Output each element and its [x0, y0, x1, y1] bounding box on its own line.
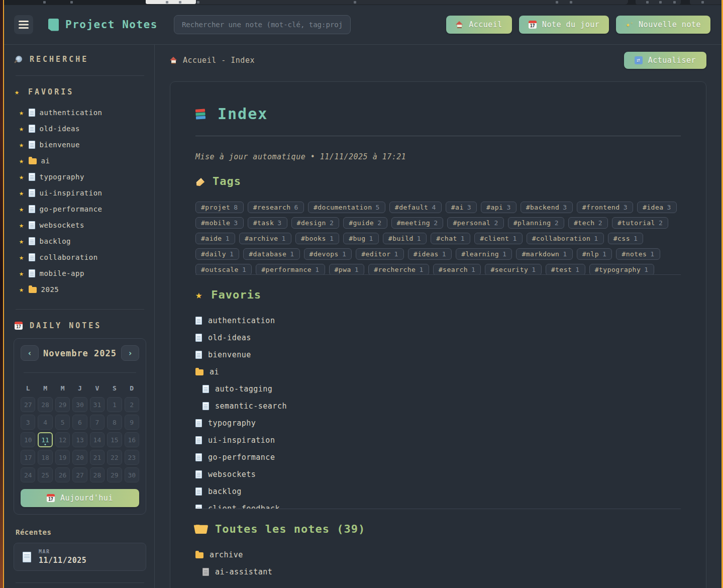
- refresh-button[interactable]: Actualiser: [624, 52, 706, 69]
- tag-chip[interactable]: #frontend3: [577, 202, 633, 213]
- calendar-day[interactable]: 22: [107, 450, 122, 465]
- tag-chip[interactable]: #mobile3: [195, 217, 244, 229]
- sidebar-item-typography[interactable]: typography: [13, 169, 147, 185]
- tag-chip[interactable]: #outscale1: [195, 264, 252, 274]
- tag-chip[interactable]: #api3: [481, 202, 517, 213]
- calendar-day[interactable]: 27: [21, 397, 35, 412]
- tag-chip[interactable]: #ideas1: [408, 248, 452, 260]
- sidebar-item-authentication[interactable]: authentication: [13, 105, 147, 121]
- note-link-authentication[interactable]: authentication: [195, 312, 681, 329]
- prev-month-button[interactable]: ‹: [21, 345, 39, 361]
- sidebar-item-go-performance[interactable]: go-performance: [13, 201, 147, 217]
- calendar-day[interactable]: 2: [125, 397, 139, 412]
- note-link-auto-tagging[interactable]: auto-tagging: [195, 380, 681, 398]
- recent-note-card[interactable]: MAR 11/11/2025: [14, 543, 146, 571]
- calendar-day[interactable]: 26: [55, 467, 70, 482]
- sidebar-item-ui-inspiration[interactable]: ui-inspiration: [13, 185, 147, 201]
- tag-chip[interactable]: #devops1: [304, 248, 352, 260]
- calendar-day[interactable]: 14: [90, 432, 105, 447]
- calendar-day[interactable]: 9: [125, 415, 139, 430]
- calendar-day[interactable]: 19: [55, 450, 70, 465]
- calendar-day-selected[interactable]: 11: [38, 432, 52, 447]
- note-link-client-feedback[interactable]: client-feedback: [195, 500, 681, 509]
- calendar-day[interactable]: 3: [21, 415, 35, 430]
- sidebar-item-websockets[interactable]: websockets: [13, 217, 147, 233]
- calendar-day[interactable]: 7: [90, 415, 105, 430]
- tag-chip[interactable]: #typography1: [589, 264, 654, 274]
- calendar-day[interactable]: 17: [21, 450, 35, 465]
- calendar-day[interactable]: 15: [107, 432, 122, 447]
- note-link-backlog[interactable]: backlog: [195, 483, 681, 500]
- home-button[interactable]: Accueil: [446, 16, 512, 34]
- tag-chip[interactable]: #documentation5: [308, 202, 385, 213]
- calendar-day[interactable]: 1: [107, 397, 122, 412]
- note-link-go-performance[interactable]: go-performance: [195, 449, 681, 466]
- note-link-old-ideas[interactable]: old-ideas: [195, 329, 681, 346]
- sidebar-item-bienvenue[interactable]: bienvenue: [13, 137, 147, 153]
- sidebar-item-old-ideas[interactable]: old-ideas: [13, 121, 147, 137]
- tag-chip[interactable]: #editor1: [356, 248, 404, 260]
- tag-chip[interactable]: #collaboration1: [527, 233, 604, 244]
- sidebar-item-collaboration[interactable]: collaboration: [13, 249, 147, 265]
- tag-chip[interactable]: #books1: [295, 233, 339, 244]
- tag-chip[interactable]: #design2: [291, 217, 340, 229]
- tag-chip[interactable]: #test1: [546, 264, 585, 274]
- tag-chip[interactable]: #ai3: [446, 202, 477, 213]
- note-link-bienvenue[interactable]: bienvenue: [195, 346, 681, 363]
- tag-chip[interactable]: #tutorial2: [612, 217, 668, 229]
- tag-chip[interactable]: #planning2: [508, 217, 564, 229]
- tag-chip[interactable]: #build1: [383, 233, 427, 244]
- note-link-ai-assistant[interactable]: ai-assistant: [195, 563, 681, 580]
- calendar-day[interactable]: 27: [72, 467, 87, 482]
- calendar-day[interactable]: 30: [72, 397, 87, 412]
- calendar-day[interactable]: 13: [72, 432, 87, 447]
- tag-chip[interactable]: #database1: [243, 248, 299, 260]
- tag-chip[interactable]: #notes1: [616, 248, 660, 260]
- tag-chip[interactable]: #research6: [248, 202, 304, 213]
- tag-chip[interactable]: #default4: [389, 202, 442, 213]
- tag-chip[interactable]: #meeting2: [391, 217, 444, 229]
- search-input[interactable]: [174, 15, 351, 34]
- sidebar-item-ai[interactable]: ai: [13, 153, 147, 169]
- tag-chip[interactable]: #security1: [485, 264, 541, 274]
- calendar-day[interactable]: 4: [38, 415, 52, 430]
- tag-chip[interactable]: #guide2: [343, 217, 387, 229]
- sidebar-item-mobile-app[interactable]: mobile-app: [13, 265, 147, 281]
- tag-chip[interactable]: #client1: [474, 233, 523, 244]
- tag-chip[interactable]: #bug1: [343, 233, 379, 244]
- today-button[interactable]: Aujourd'hui: [21, 489, 139, 507]
- calendar-day[interactable]: 28: [90, 467, 105, 482]
- tag-chip[interactable]: #search1: [433, 264, 481, 274]
- calendar-day[interactable]: 5: [55, 415, 70, 430]
- tag-chip[interactable]: #chat1: [431, 233, 470, 244]
- tag-chip[interactable]: #aide1: [195, 233, 235, 244]
- tag-chip[interactable]: #task3: [248, 217, 287, 229]
- note-link-semantic-search[interactable]: semantic-search: [195, 398, 681, 415]
- tag-chip[interactable]: #css1: [608, 233, 644, 244]
- calendar-day[interactable]: 31: [90, 397, 105, 412]
- daily-note-button[interactable]: Note du jour: [519, 16, 609, 34]
- tag-chip[interactable]: #personal2: [447, 217, 503, 229]
- sidebar-item-backlog[interactable]: backlog: [13, 233, 147, 249]
- calendar-day[interactable]: 8: [107, 415, 122, 430]
- note-link-ui-inspiration[interactable]: ui-inspiration: [195, 432, 681, 449]
- tag-chip[interactable]: #archive1: [239, 233, 291, 244]
- new-note-button[interactable]: Nouvelle note: [616, 16, 710, 34]
- next-month-button[interactable]: ›: [121, 345, 139, 361]
- tag-chip[interactable]: #idea3: [637, 202, 677, 213]
- calendar-day[interactable]: 23: [125, 450, 139, 465]
- calendar-day[interactable]: 12: [55, 432, 70, 447]
- calendar-day[interactable]: 6: [72, 415, 87, 430]
- note-link-websockets[interactable]: websockets: [195, 466, 681, 483]
- calendar-day[interactable]: 30: [125, 467, 139, 482]
- calendar-day[interactable]: 18: [38, 450, 52, 465]
- note-link-ai[interactable]: ai: [195, 363, 681, 380]
- tag-chip[interactable]: #learning1: [456, 248, 512, 260]
- calendar-day[interactable]: 29: [55, 397, 70, 412]
- sidebar-item-2025[interactable]: 2025: [13, 281, 147, 298]
- tag-chip[interactable]: #projet8: [195, 202, 244, 213]
- tag-chip[interactable]: #daily1: [195, 248, 239, 260]
- tag-chip[interactable]: #markdown1: [516, 248, 572, 260]
- tag-chip[interactable]: #nlp1: [577, 248, 612, 260]
- menu-button[interactable]: [14, 15, 33, 34]
